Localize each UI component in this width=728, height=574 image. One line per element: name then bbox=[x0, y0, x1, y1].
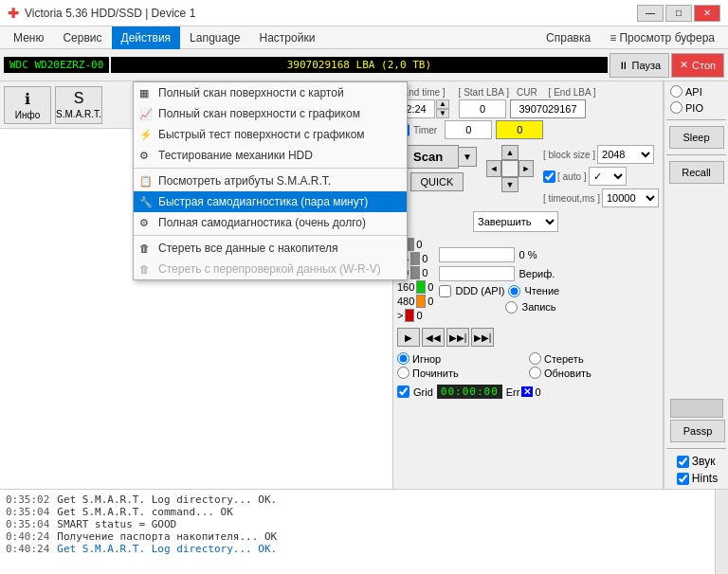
rewind-button[interactable]: ◀◀ bbox=[422, 328, 445, 347]
sidebar-separator-1 bbox=[666, 119, 726, 120]
action-test-mechanics[interactable]: ⚙ Тестирование механики HDD bbox=[134, 145, 407, 166]
timer-display: 00:00:00 bbox=[437, 385, 502, 399]
block-160-count: 0 bbox=[428, 281, 433, 293]
skip-end-button[interactable]: ▶▶| bbox=[471, 328, 494, 347]
start-lba-label: [ Start LBA ] bbox=[459, 87, 509, 98]
menu-item-language[interactable]: Language bbox=[180, 27, 249, 49]
action-quick-test-graph[interactable]: ⚡ Быстрый тест поверхности с графиком bbox=[134, 124, 407, 145]
skip-fwd-button[interactable]: ▶▶| bbox=[446, 328, 469, 347]
full-scan-map-label: Полный скан поверхности с картой bbox=[158, 86, 344, 99]
menu-item-menu[interactable]: Меню bbox=[4, 27, 53, 49]
log-message: Get S.M.A.R.T. Log directory... OK. bbox=[57, 493, 277, 506]
drive-label: WDC WD20EZRZ-00 bbox=[4, 57, 109, 73]
err-x-icon: ✕ bbox=[521, 386, 533, 397]
block-gt-count: 0 bbox=[416, 310, 422, 321]
passp-button[interactable]: Passp bbox=[670, 420, 725, 442]
actions-menu[interactable]: ▦ Полный скан поверхности с картой 📈 Пол… bbox=[133, 81, 408, 280]
log-line: 0:40:24Get S.M.A.R.T. Log directory... O… bbox=[6, 543, 709, 555]
log-line: 0:35:04SMART status = GOOD bbox=[6, 518, 709, 530]
action-quick-diag[interactable]: 🔧 Быстрая самодиагностика (пара минут) bbox=[134, 191, 407, 212]
arrow-center[interactable] bbox=[501, 160, 519, 177]
block-480-color bbox=[416, 295, 426, 308]
hints-label: Hints bbox=[692, 472, 718, 485]
smart-button[interactable]: S S.M.A.R.T. bbox=[55, 86, 102, 124]
log-time: 0:40:24 bbox=[6, 530, 49, 543]
action-smart-attrs[interactable]: 📋 Посмотреть атрибуты S.M.A.R.T. bbox=[134, 170, 407, 191]
erase-radio[interactable] bbox=[529, 352, 541, 365]
log-time: 0:35:04 bbox=[6, 506, 49, 518]
fix-radio[interactable] bbox=[397, 367, 410, 379]
timeout-select[interactable]: 10000 bbox=[602, 188, 659, 207]
quick-test-graph-label: Быстрый тест поверхности с графиком bbox=[158, 128, 365, 141]
ignore-radio[interactable] bbox=[397, 352, 410, 365]
block-480-count: 0 bbox=[428, 296, 433, 307]
stop-button[interactable]: ✕ Стоп bbox=[671, 53, 724, 78]
block-size-select[interactable]: 2048 bbox=[597, 145, 654, 164]
verif-label: Вериф. bbox=[519, 268, 555, 279]
arrow-up[interactable]: ▲ bbox=[501, 145, 519, 160]
zavuk-checkbox[interactable] bbox=[677, 456, 689, 468]
end-lba-input[interactable] bbox=[510, 99, 586, 118]
action-full-scan-graph[interactable]: 📈 Полный скан поверхности с графиком bbox=[134, 103, 407, 124]
pause-icon: ⏸ bbox=[618, 60, 628, 71]
arrow-down[interactable]: ▼ bbox=[501, 177, 519, 192]
hints-checkbox[interactable] bbox=[677, 473, 689, 485]
play-button[interactable]: ▶ bbox=[397, 328, 420, 347]
pio-radio[interactable] bbox=[670, 101, 682, 114]
block-gt-color bbox=[405, 309, 414, 322]
grid-checkbox[interactable] bbox=[397, 386, 410, 398]
api-radio[interactable] bbox=[670, 85, 682, 98]
action-full-diag[interactable]: ⚙ Полная самодиагностика (очень долго) bbox=[134, 212, 407, 233]
auto-select[interactable]: ✓ bbox=[589, 167, 627, 186]
end-time-up[interactable]: ▲ bbox=[436, 99, 449, 109]
finish-select[interactable]: Завершить bbox=[473, 211, 558, 232]
write-radio[interactable] bbox=[505, 301, 518, 314]
end-time-down[interactable]: ▼ bbox=[436, 109, 449, 118]
recall-button[interactable]: Recall bbox=[669, 161, 724, 184]
end-lba-label: [ End LBA ] bbox=[549, 87, 596, 98]
update-radio[interactable] bbox=[529, 367, 541, 379]
erase-label: Стереть bbox=[544, 353, 584, 365]
lba-total: 3907029168 LBA (2,0 TB) bbox=[111, 57, 607, 73]
log-time: 0:35:02 bbox=[6, 493, 49, 506]
timer-value1[interactable] bbox=[445, 120, 492, 139]
ddd-api-checkbox[interactable] bbox=[439, 285, 451, 297]
timer-value2[interactable] bbox=[496, 120, 543, 139]
log-scrollbar[interactable] bbox=[715, 490, 728, 574]
read-radio[interactable] bbox=[508, 285, 520, 297]
close-button[interactable]: ✕ bbox=[694, 5, 720, 22]
menu-item-help[interactable]: Справка bbox=[537, 27, 600, 49]
quick-diag-label: Быстрая самодиагностика (пара минут) bbox=[158, 195, 368, 208]
minimize-button[interactable]: — bbox=[637, 5, 664, 22]
arrow-left[interactable]: ◄ bbox=[486, 160, 501, 177]
sidebar-separator-2 bbox=[666, 154, 726, 155]
menu-item-settings[interactable]: Настройки bbox=[250, 27, 325, 49]
maximize-button[interactable]: □ bbox=[665, 5, 692, 22]
api-label: API bbox=[685, 86, 702, 98]
menu-item-actions[interactable]: Действия bbox=[112, 27, 181, 49]
auto-checkbox[interactable] bbox=[543, 170, 555, 183]
action-erase-verify: 🗑 Стереть с перепроверкой данных (W-R-V) bbox=[134, 259, 407, 279]
scan-dropdown-button[interactable]: ▼ bbox=[459, 147, 477, 167]
full-diag-icon: ⚙ bbox=[139, 217, 149, 229]
action-erase-all[interactable]: 🗑 Стереть все данные с накопителя bbox=[134, 238, 407, 259]
menu-item-buffer[interactable]: ≡ Просмотр буфера bbox=[600, 27, 724, 49]
stop-label: Стоп bbox=[692, 60, 716, 71]
playback-controls: ▶ ◀◀ ▶▶| ▶▶| bbox=[397, 328, 659, 347]
smart-attrs-label: Посмотреть атрибуты S.M.A.R.T. bbox=[158, 174, 331, 188]
block-40-color bbox=[410, 266, 420, 279]
start-lba-input[interactable] bbox=[459, 99, 506, 118]
arrow-right[interactable]: ► bbox=[519, 160, 534, 177]
log-time: 0:35:04 bbox=[6, 518, 49, 530]
menu-item-service[interactable]: Сервис bbox=[53, 27, 111, 49]
info-label: Инфо bbox=[15, 110, 41, 120]
cur-label: CUR bbox=[517, 87, 537, 98]
action-full-scan-map[interactable]: ▦ Полный скан поверхности с картой bbox=[134, 82, 407, 103]
quick-button[interactable]: QUICK bbox=[410, 172, 464, 191]
timeout-label: [ timeout,ms ] bbox=[543, 193, 600, 204]
sleep-button[interactable]: Sleep bbox=[669, 126, 724, 149]
pause-button[interactable]: ⏸ Пауза bbox=[610, 53, 670, 78]
block-480-label: 480 bbox=[397, 296, 414, 307]
toolbar: WDC WD20EZRZ-00 3907029168 LBA (2,0 TB) … bbox=[0, 49, 728, 81]
info-button[interactable]: ℹ Инфо bbox=[4, 86, 51, 124]
